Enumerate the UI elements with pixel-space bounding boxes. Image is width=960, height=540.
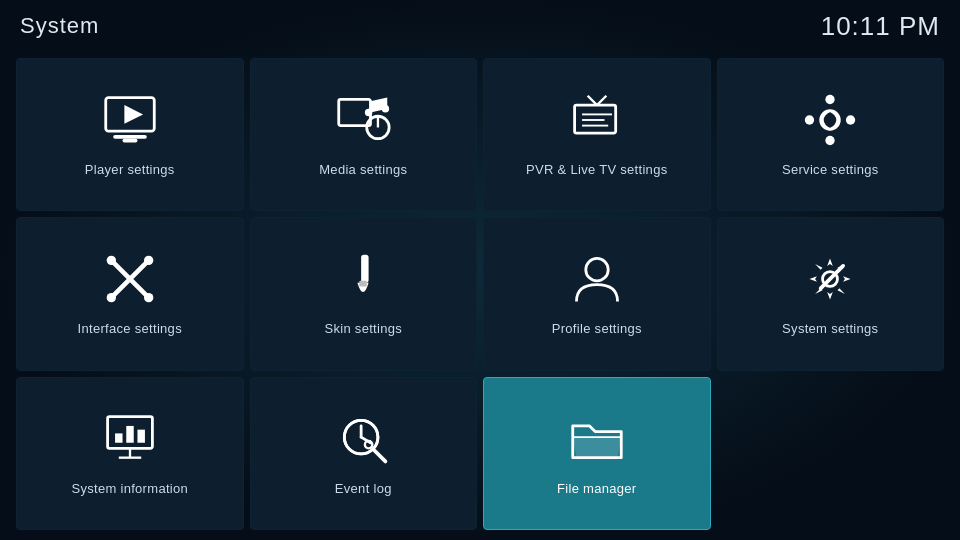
svg-point-17 bbox=[826, 136, 835, 145]
svg-line-41 bbox=[374, 450, 385, 461]
system-icon bbox=[802, 251, 858, 321]
media-icon bbox=[335, 92, 391, 162]
svg-point-19 bbox=[846, 115, 855, 124]
svg-point-25 bbox=[144, 256, 153, 265]
player-settings-label: Player settings bbox=[85, 162, 175, 177]
interface-icon bbox=[102, 251, 158, 321]
clock: 10:11 PM bbox=[821, 11, 940, 42]
svg-rect-34 bbox=[137, 429, 144, 442]
media-settings-tile[interactable]: Media settings bbox=[250, 58, 478, 211]
svg-rect-32 bbox=[115, 433, 122, 442]
svg-line-10 bbox=[587, 96, 596, 105]
svg-rect-27 bbox=[360, 281, 367, 287]
header: System 10:11 PM bbox=[0, 0, 960, 52]
service-settings-label: Service settings bbox=[782, 162, 879, 177]
player-settings-tile[interactable]: Player settings bbox=[16, 58, 244, 211]
empty-tile bbox=[717, 377, 945, 530]
service-icon bbox=[802, 92, 858, 162]
eventlog-icon bbox=[335, 411, 391, 481]
svg-rect-2 bbox=[113, 135, 147, 139]
settings-grid: Player settings Media settings PVR & Liv… bbox=[0, 52, 960, 540]
filemanager-icon bbox=[569, 411, 625, 481]
skin-settings-label: Skin settings bbox=[324, 321, 402, 336]
svg-point-7 bbox=[365, 109, 372, 116]
system-page: System 10:11 PM Player settings Media se… bbox=[0, 0, 960, 540]
svg-point-8 bbox=[382, 105, 389, 112]
svg-rect-9 bbox=[574, 105, 615, 133]
system-settings-tile[interactable]: System settings bbox=[717, 217, 945, 370]
skin-icon bbox=[335, 251, 391, 321]
sysinfo-icon bbox=[102, 411, 158, 481]
system-information-tile[interactable]: System information bbox=[16, 377, 244, 530]
svg-point-18 bbox=[805, 115, 814, 124]
svg-point-24 bbox=[106, 256, 115, 265]
service-settings-tile[interactable]: Service settings bbox=[717, 58, 945, 211]
file-manager-tile[interactable]: File manager bbox=[483, 377, 711, 530]
profile-settings-tile[interactable]: Profile settings bbox=[483, 217, 711, 370]
system-settings-label: System settings bbox=[782, 321, 878, 336]
system-information-label: System information bbox=[71, 481, 188, 496]
svg-rect-3 bbox=[122, 139, 137, 143]
event-log-label: Event log bbox=[335, 481, 392, 496]
event-log-tile[interactable]: Event log bbox=[250, 377, 478, 530]
pvr-settings-label: PVR & Live TV settings bbox=[526, 162, 667, 177]
svg-point-23 bbox=[144, 293, 153, 302]
media-settings-label: Media settings bbox=[319, 162, 407, 177]
svg-rect-26 bbox=[361, 255, 368, 283]
svg-line-11 bbox=[597, 96, 606, 105]
profile-settings-label: Profile settings bbox=[552, 321, 642, 336]
pvr-icon bbox=[569, 92, 625, 162]
player-icon bbox=[102, 92, 158, 162]
skin-settings-tile[interactable]: Skin settings bbox=[250, 217, 478, 370]
svg-point-16 bbox=[826, 95, 835, 104]
page-title: System bbox=[20, 13, 99, 39]
interface-settings-label: Interface settings bbox=[78, 321, 182, 336]
profile-icon bbox=[569, 251, 625, 321]
pvr-settings-tile[interactable]: PVR & Live TV settings bbox=[483, 58, 711, 211]
svg-marker-1 bbox=[124, 105, 143, 124]
interface-settings-tile[interactable]: Interface settings bbox=[16, 217, 244, 370]
svg-point-42 bbox=[365, 441, 372, 448]
svg-rect-33 bbox=[126, 426, 133, 443]
svg-point-22 bbox=[106, 293, 115, 302]
svg-point-28 bbox=[586, 259, 608, 281]
file-manager-label: File manager bbox=[557, 481, 636, 496]
